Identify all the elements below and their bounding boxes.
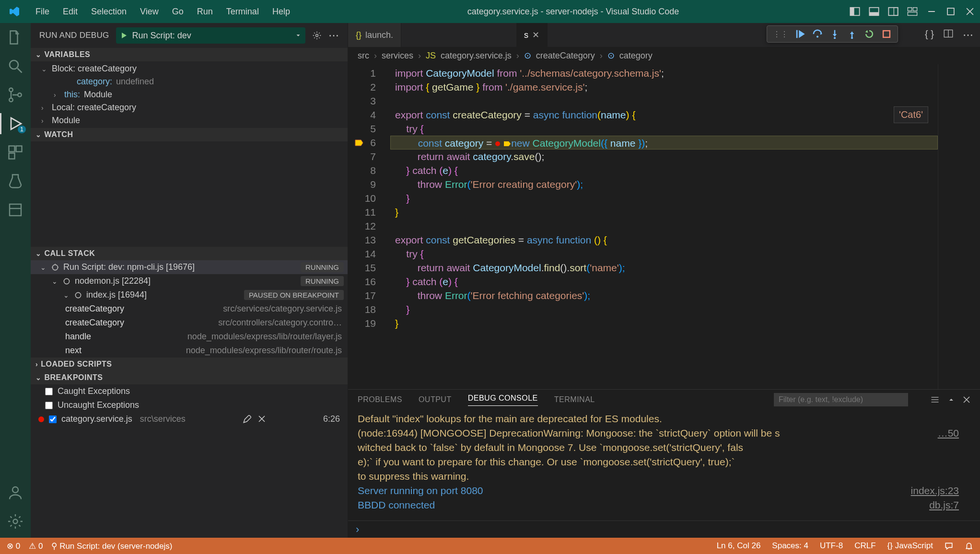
- checkbox[interactable]: [45, 388, 53, 395]
- bp-uncaught[interactable]: Uncaught Exceptions: [31, 398, 348, 412]
- source-link[interactable]: index.js:23: [911, 484, 959, 498]
- svg-rect-1: [850, 8, 854, 16]
- crumb-sym2[interactable]: category: [619, 51, 653, 61]
- maximize-icon[interactable]: [945, 6, 956, 17]
- tab-launch[interactable]: {}launch.: [348, 23, 401, 47]
- notifications-icon[interactable]: [965, 542, 973, 550]
- eol[interactable]: CRLF: [854, 541, 875, 551]
- menu-edit[interactable]: Edit: [56, 4, 84, 20]
- link-more[interactable]: …50: [938, 426, 959, 440]
- close-icon[interactable]: [963, 396, 970, 404]
- step-out-icon[interactable]: [847, 29, 857, 39]
- stack-frame[interactable]: nextnode_modules/express/lib/router/rout…: [31, 344, 348, 358]
- search-icon[interactable]: [7, 58, 24, 75]
- launch-settings-gear-icon[interactable]: [312, 31, 322, 40]
- edit-icon[interactable]: [243, 415, 251, 424]
- breadcrumb[interactable]: src› services› JScategory.service.js› ⊙c…: [348, 47, 980, 64]
- crumb-file[interactable]: category.service.js: [441, 51, 512, 61]
- close-icon[interactable]: ✕: [532, 30, 539, 40]
- layout-customize-icon[interactable]: [907, 6, 918, 17]
- crumb-services[interactable]: services: [382, 51, 413, 61]
- more-icon[interactable]: ⋯: [328, 29, 339, 42]
- variables-section-header[interactable]: ⌄VARIABLES: [31, 48, 348, 61]
- debug-status[interactable]: ⚲ Run Script: dev (server-nodejs): [51, 541, 172, 551]
- stop-icon[interactable]: [881, 29, 892, 39]
- crumb-src[interactable]: src: [358, 51, 369, 61]
- tab-terminal[interactable]: TERMINAL: [554, 395, 595, 404]
- account-icon[interactable]: [7, 484, 24, 501]
- console-prompt[interactable]: ›: [348, 520, 980, 538]
- grip-icon[interactable]: ⋮⋮: [773, 30, 788, 39]
- menu-file[interactable]: File: [29, 4, 56, 20]
- breakpoints-header[interactable]: ⌄BREAKPOINTS: [31, 371, 348, 384]
- split-editor-icon[interactable]: [944, 29, 953, 38]
- layout-panel-icon[interactable]: [850, 6, 860, 17]
- scope-module[interactable]: ›Module: [31, 114, 348, 127]
- errors-count[interactable]: ⊗ 0: [7, 541, 20, 551]
- minimap[interactable]: [938, 64, 980, 389]
- bp-item[interactable]: category.service.js src\services 6:26: [31, 412, 348, 426]
- tab-debug-console[interactable]: DEBUG CONSOLE: [468, 394, 538, 406]
- stack-frame[interactable]: createCategorysrc/services/category.serv…: [31, 302, 348, 316]
- menu-go[interactable]: Go: [165, 4, 190, 20]
- source-control-icon[interactable]: [7, 86, 24, 104]
- menu-terminal[interactable]: Terminal: [220, 4, 266, 20]
- minimize-icon[interactable]: [926, 6, 937, 17]
- chevron-up-icon[interactable]: [947, 396, 955, 404]
- feedback-icon[interactable]: [945, 542, 953, 550]
- close-icon[interactable]: [258, 415, 266, 423]
- run-debug-icon[interactable]: 1: [7, 115, 24, 132]
- indent-setting[interactable]: Spaces: 4: [772, 541, 808, 551]
- run-config-dropdown[interactable]: Run Script: dev: [116, 27, 305, 44]
- loaded-scripts-header[interactable]: ›LOADED SCRIPTS: [31, 358, 348, 371]
- source-link[interactable]: db.js:7: [929, 498, 959, 512]
- filter-settings-icon[interactable]: [930, 395, 940, 404]
- cursor-position[interactable]: Ln 6, Col 26: [717, 541, 761, 551]
- code-lines[interactable]: import CategoryModel from '../schemas/ca…: [390, 64, 938, 389]
- close-icon[interactable]: [965, 6, 975, 17]
- watch-section-header[interactable]: ⌄WATCH: [31, 128, 348, 141]
- crumb-sym1[interactable]: createCategory: [536, 51, 595, 61]
- restart-icon[interactable]: [864, 29, 875, 39]
- scope-local[interactable]: ›Local: createCategory: [31, 101, 348, 114]
- callstack-session-3[interactable]: ⌄ index.js [16944] PAUSED ON BREAKPOINT: [31, 288, 348, 302]
- checkbox[interactable]: [49, 416, 57, 423]
- menu-help[interactable]: Help: [266, 4, 297, 20]
- layout-bottom-icon[interactable]: [869, 6, 879, 17]
- callstack-session-1[interactable]: ⌄ Run Script: dev: npm-cli.js [19676] RU…: [31, 260, 348, 274]
- filter-input[interactable]: [774, 393, 908, 406]
- stack-frame[interactable]: createCategorysrc/controllers/category.c…: [31, 316, 348, 330]
- menu-view[interactable]: View: [133, 4, 165, 20]
- code-editor[interactable]: 12345 6 78910111213141516171819 import C…: [348, 64, 980, 389]
- callstack-section-header[interactable]: ⌄CALL STACK: [31, 247, 348, 260]
- menu-selection[interactable]: Selection: [84, 4, 133, 20]
- checkbox[interactable]: [45, 402, 53, 409]
- callstack-session-2[interactable]: ⌄ nodemon.js [22284] RUNNING: [31, 274, 348, 288]
- explorer-icon[interactable]: [7, 29, 24, 46]
- testing-icon[interactable]: [7, 173, 24, 190]
- language-mode[interactable]: {} JavaScript: [887, 541, 933, 551]
- braces-icon[interactable]: { }: [925, 29, 934, 41]
- scope-block[interactable]: ⌄Block: createCategory: [31, 62, 348, 75]
- debug-toolbar[interactable]: ⋮⋮: [767, 25, 898, 43]
- warnings-count[interactable]: ⚠ 0: [29, 541, 43, 551]
- step-over-icon[interactable]: [812, 29, 823, 39]
- timeline-icon[interactable]: [7, 201, 24, 219]
- stack-frame[interactable]: handlenode_modules/express/lib/router/la…: [31, 330, 348, 344]
- layout-right-icon[interactable]: [888, 6, 898, 17]
- menu-run[interactable]: Run: [190, 4, 220, 20]
- tab-output[interactable]: OUTPUT: [419, 395, 452, 404]
- tab-category-service[interactable]: s✕: [516, 23, 548, 47]
- console-body[interactable]: Default "index" lookups for the main are…: [348, 410, 980, 520]
- extensions-icon[interactable]: [7, 144, 24, 161]
- continue-icon[interactable]: [795, 29, 805, 39]
- breakpoint-current-icon[interactable]: [355, 139, 363, 146]
- settings-gear-icon[interactable]: [7, 513, 24, 530]
- step-into-icon[interactable]: [829, 29, 840, 39]
- var-this[interactable]: ›this: Module: [31, 88, 348, 101]
- more-icon[interactable]: ⋯: [963, 29, 973, 41]
- encoding[interactable]: UTF-8: [820, 541, 843, 551]
- bp-caught[interactable]: Caught Exceptions: [31, 384, 348, 398]
- tab-problems[interactable]: PROBLEMS: [358, 395, 402, 404]
- var-category[interactable]: category: undefined: [31, 75, 348, 88]
